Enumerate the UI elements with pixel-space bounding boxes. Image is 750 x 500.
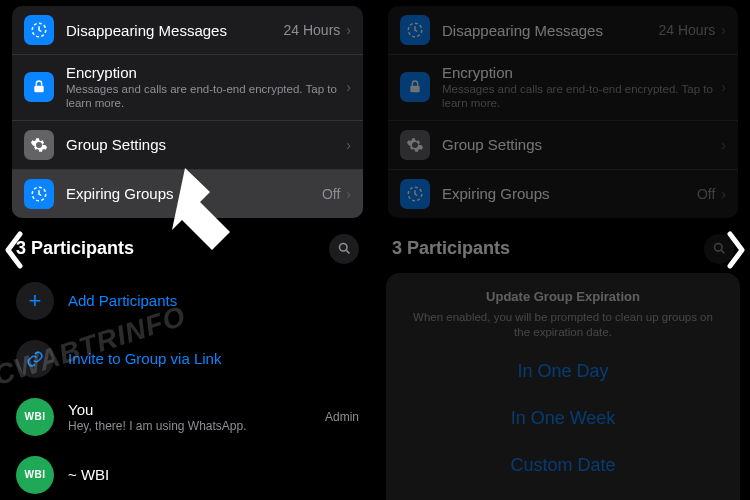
avatar: WBI [16, 456, 54, 494]
row-subtitle: Messages and calls are end-to-end encryp… [442, 82, 721, 111]
option-one-week[interactable]: In One Week [400, 386, 726, 433]
row-expiring-groups[interactable]: Expiring Groups Off › [12, 169, 363, 218]
search-button[interactable] [329, 234, 359, 264]
participants-count: 3 Participants [392, 238, 510, 259]
search-button[interactable] [704, 234, 734, 264]
row-disappearing-messages[interactable]: Disappearing Messages 24 Hours › [388, 6, 738, 54]
expiration-action-sheet: Update Group Expiration When enabled, yo… [386, 273, 740, 500]
row-value: 24 Hours [659, 22, 716, 38]
gear-icon [400, 130, 430, 160]
row-title: Encryption [66, 64, 346, 81]
chevron-right-icon: › [721, 22, 726, 38]
participant-row[interactable]: WBI You Hey, there! I am using WhatsApp.… [0, 388, 375, 446]
add-participants-button[interactable]: + Add Participants [0, 272, 375, 330]
svg-point-7 [714, 244, 722, 252]
lock-icon [24, 72, 54, 102]
chevron-right-icon: › [346, 79, 351, 95]
option-one-day[interactable]: In One Day [400, 341, 726, 386]
participants-header: 3 Participants [0, 218, 375, 272]
chevron-right-icon: › [346, 22, 351, 38]
link-icon [16, 340, 54, 378]
chevron-right-icon: › [721, 186, 726, 202]
row-encryption[interactable]: Encryption Messages and calls are end-to… [388, 54, 738, 120]
gear-icon [24, 130, 54, 160]
row-title: Encryption [442, 64, 721, 81]
svg-point-3 [339, 244, 347, 252]
timer-icon [400, 15, 430, 45]
chevron-right-icon: › [721, 79, 726, 95]
chevron-right-icon: › [346, 186, 351, 202]
invite-link-button[interactable]: Invite to Group via Link [0, 330, 375, 388]
row-title: Expiring Groups [442, 185, 697, 202]
avatar: WBI [16, 398, 54, 436]
row-disappearing-messages[interactable]: Disappearing Messages 24 Hours › [12, 6, 363, 54]
chevron-right-icon: › [721, 137, 726, 153]
row-title: Disappearing Messages [442, 22, 659, 39]
participants-header: 3 Participants [376, 218, 750, 272]
row-encryption[interactable]: Encryption Messages and calls are end-to… [12, 54, 363, 120]
row-title: Expiring Groups [66, 185, 322, 202]
option-custom-date[interactable]: Custom Date [400, 433, 726, 480]
row-value: Off [322, 186, 340, 202]
row-title: Group Settings [442, 136, 721, 153]
svg-rect-5 [410, 86, 419, 93]
participant-name: You [68, 401, 325, 418]
row-value: 24 Hours [284, 22, 341, 38]
timer-icon [24, 15, 54, 45]
sheet-title: Update Group Expiration [400, 289, 726, 304]
row-title: Disappearing Messages [66, 22, 284, 39]
action-label: Invite to Group via Link [68, 350, 359, 367]
plus-icon: + [16, 282, 54, 320]
row-group-settings[interactable]: Group Settings › [12, 120, 363, 169]
screenshot-left: Disappearing Messages 24 Hours › Encrypt… [0, 0, 375, 500]
row-value: Off [697, 186, 715, 202]
participant-status: Hey, there! I am using WhatsApp. [68, 419, 325, 433]
group-settings-list: Disappearing Messages 24 Hours › Encrypt… [388, 6, 738, 218]
role-badge: Admin [325, 410, 359, 424]
row-subtitle: Messages and calls are end-to-end encryp… [66, 82, 346, 111]
timer-icon [400, 179, 430, 209]
row-expiring-groups[interactable]: Expiring Groups Off › [388, 169, 738, 218]
timer-icon [24, 179, 54, 209]
svg-rect-1 [34, 86, 43, 93]
row-title: Group Settings [66, 136, 346, 153]
group-settings-list: Disappearing Messages 24 Hours › Encrypt… [12, 6, 363, 218]
action-label: Add Participants [68, 292, 359, 309]
participant-name: ~ WBI [68, 466, 359, 483]
participants-count: 3 Participants [16, 238, 134, 259]
row-group-settings[interactable]: Group Settings › [388, 120, 738, 169]
participant-row[interactable]: WBI ~ WBI [0, 446, 375, 500]
chevron-right-icon: › [346, 137, 351, 153]
sheet-description: When enabled, you will be prompted to cl… [400, 310, 726, 341]
lock-icon [400, 72, 430, 102]
screenshot-right: Disappearing Messages 24 Hours › Encrypt… [375, 0, 750, 500]
